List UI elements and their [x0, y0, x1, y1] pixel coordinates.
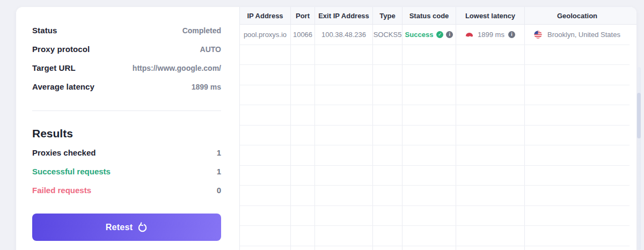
- average-latency-value: 1899 ms: [192, 83, 221, 91]
- target-url-value: https://www.google.com/: [133, 64, 221, 72]
- failed-requests-label: Failed requests: [32, 186, 91, 195]
- results-table: IP Address Port Exit IP Address Type Sta…: [239, 7, 636, 250]
- successful-requests-value: 1: [217, 167, 221, 176]
- proxy-checker-card: Status Completed Proxy protocol AUTO Tar…: [16, 7, 636, 250]
- status-info-icon[interactable]: i: [446, 31, 453, 38]
- table-row-empty: [240, 186, 630, 206]
- retest-button-label: Retest: [106, 223, 133, 232]
- proxies-checked-label: Proxies checked: [32, 148, 96, 157]
- us-flag-icon: [534, 31, 542, 39]
- summary-row-protocol: Proxy protocol AUTO: [32, 40, 221, 58]
- summary-row-avg-latency: Average latency 1899 ms: [32, 77, 221, 96]
- summary-divider: [32, 111, 221, 111]
- results-stats: Proxies checked 1 Successful requests 1 …: [32, 143, 221, 200]
- status-code-cell: Success ✓ i: [402, 25, 456, 45]
- table-row-empty: [240, 65, 630, 85]
- column-header-exit-ip: Exit IP Address: [315, 7, 373, 25]
- proxies-checked-value: 1: [217, 148, 221, 157]
- table-row-empty: [240, 105, 630, 126]
- table-row-empty: [240, 206, 630, 226]
- column-header-type: Type: [373, 7, 402, 25]
- refresh-icon: [137, 222, 148, 232]
- table-row-empty: [240, 145, 630, 166]
- table-body: pool.proxys.io 10066 100.38.48.236 SOCKS…: [240, 25, 636, 250]
- stat-successful-requests: Successful requests 1: [32, 162, 221, 181]
- lowest-latency-cell: 1899 ms i: [456, 25, 525, 45]
- column-header-port: Port: [291, 7, 315, 25]
- vertical-scrollbar-thumb[interactable]: [637, 93, 641, 138]
- lowest-latency-value: 1899 ms: [478, 31, 504, 39]
- table-row-empty: [240, 166, 630, 186]
- geolocation-cell: Brooklyn, United States: [525, 25, 630, 45]
- status-label: Status: [32, 26, 57, 35]
- ip-address-cell: pool.proxys.io: [240, 25, 291, 45]
- proxy-protocol-label: Proxy protocol: [32, 45, 90, 54]
- table-row-empty: [240, 85, 630, 106]
- latency-info-icon[interactable]: i: [508, 31, 515, 38]
- table-row-empty: [240, 246, 630, 250]
- geolocation-value: Brooklyn, United States: [547, 31, 620, 39]
- exit-ip-cell: 100.38.48.236: [315, 25, 373, 45]
- table-row-empty: [240, 45, 630, 65]
- column-header-geolocation: Geolocation: [525, 7, 630, 25]
- summary-row-target-url: Target URL https://www.google.com/: [32, 58, 221, 77]
- stat-failed-requests: Failed requests 0: [32, 181, 221, 200]
- proxy-protocol-value: AUTO: [200, 45, 221, 54]
- column-header-lowest-latency: Lowest latency: [456, 7, 525, 25]
- table-row-empty: [240, 126, 630, 146]
- stat-proxies-checked: Proxies checked 1: [32, 143, 221, 162]
- status-value: Completed: [182, 26, 221, 35]
- column-header-ip-address: IP Address: [240, 7, 291, 25]
- results-title: Results: [32, 127, 221, 140]
- average-latency-label: Average latency: [32, 82, 94, 91]
- type-cell: SOCKS5: [373, 25, 402, 45]
- table-row: pool.proxys.io 10066 100.38.48.236 SOCKS…: [240, 25, 630, 45]
- latency-gauge-icon: [465, 32, 473, 37]
- column-header-status-code: Status code: [402, 7, 456, 25]
- summary-row-status: Status Completed: [32, 21, 221, 40]
- check-circle-icon: ✓: [436, 31, 443, 38]
- vertical-scrollbar-track[interactable]: [637, 67, 641, 250]
- successful-requests-label: Successful requests: [32, 167, 111, 176]
- summary-panel: Status Completed Proxy protocol AUTO Tar…: [16, 7, 239, 250]
- retest-button[interactable]: Retest: [32, 214, 221, 241]
- status-success-text: Success: [405, 31, 434, 39]
- target-url-label: Target URL: [32, 63, 76, 72]
- port-cell: 10066: [291, 25, 315, 45]
- table-header: IP Address Port Exit IP Address Type Sta…: [240, 7, 636, 25]
- failed-requests-value: 0: [217, 186, 221, 195]
- table-row-empty: [240, 226, 630, 246]
